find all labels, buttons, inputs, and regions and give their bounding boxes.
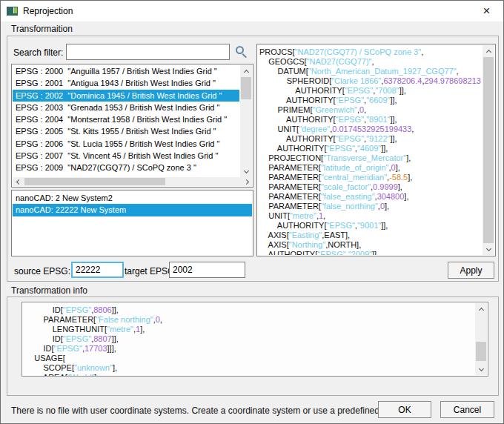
scroll-up-button[interactable] — [475, 303, 487, 314]
list-item[interactable]: EPSG : 2001 "Antigua 1943 / British West… — [13, 77, 239, 89]
transformation-info-text: ID["EPSG",8806]], PARAMETER["False north… — [25, 305, 474, 376]
scroll-left-button[interactable] — [13, 177, 22, 186]
search-icon[interactable] — [235, 45, 248, 59]
chevron-up-icon — [243, 69, 248, 74]
chevron-up-icon — [485, 49, 491, 54]
chevron-down-icon — [243, 168, 248, 173]
search-input[interactable] — [66, 44, 230, 60]
vscroll-thumb[interactable] — [483, 57, 494, 243]
status-message: There is no file with user coordinate sy… — [11, 405, 399, 416]
chevron-left-icon — [16, 179, 21, 184]
app-icon — [7, 7, 18, 16]
title-bar: Reprojection × — [1, 1, 503, 21]
wkt-text: PROJCS["NAD27(CGQ77) / SCoPQ zone 3", GE… — [259, 47, 481, 255]
vscroll-thumb[interactable] — [476, 342, 486, 361]
window-title: Reprojection — [23, 6, 73, 16]
list-item[interactable]: EPSG : 2002 "Dominica 1945 / British Wes… — [13, 90, 239, 102]
hscroll-thumb[interactable] — [24, 178, 165, 185]
chevron-down-icon — [485, 246, 491, 251]
epsg-list-hscrollbar[interactable] — [13, 177, 252, 186]
list-item[interactable]: nanoCAD: 22222 New System — [13, 204, 252, 216]
list-item[interactable]: EPSG : 2000 "Anguilla 1957 / British Wes… — [13, 65, 239, 77]
chevron-right-icon — [244, 179, 249, 184]
list-item[interactable]: EPSG : 2006 "St. Lucia 1955 / British We… — [13, 138, 239, 150]
close-icon[interactable]: × — [470, 1, 503, 21]
ok-button[interactable]: OK — [378, 401, 431, 418]
scroll-down-button[interactable] — [475, 364, 487, 375]
scroll-right-button[interactable] — [242, 177, 252, 186]
epsg-list: EPSG : 2000 "Anguilla 1957 / British Wes… — [11, 64, 253, 188]
apply-button[interactable]: Apply — [448, 262, 494, 279]
chevron-down-icon — [478, 366, 483, 371]
list-item[interactable]: nanoCAD: 2 New System2 — [13, 192, 252, 204]
wkt-vscrollbar[interactable] — [483, 45, 494, 255]
transformation-info-area: ID["EPSG",8806]], PARAMETER["False north… — [21, 302, 488, 377]
vscroll-thumb[interactable] — [241, 77, 251, 99]
list-item[interactable]: EPSG : 2004 "Montserrat 1958 / British W… — [13, 113, 239, 125]
target-epsg-input[interactable] — [169, 262, 245, 278]
cancel-button[interactable]: Cancel — [440, 401, 494, 418]
scroll-down-button[interactable] — [240, 166, 252, 177]
list-item[interactable]: EPSG : 2005 "St. Kitts 1955 / British We… — [13, 125, 239, 137]
scroll-up-button[interactable] — [483, 45, 494, 56]
scroll-up-button[interactable] — [240, 65, 252, 76]
transformation-info-group-label: Transformation info — [10, 285, 89, 296]
list-item[interactable]: EPSG : 2003 "Grenada 1953 / British West… — [13, 102, 239, 113]
wkt-preview-panel: PROJCS["NAD27(CGQ77) / SCoPQ zone 3", GE… — [256, 44, 496, 256]
source-epsg-label: source EPSG: — [14, 266, 70, 276]
transformation-group-label: Transformaition — [10, 24, 74, 34]
search-filter-label: Search filter: — [13, 47, 63, 58]
user-systems-list: nanoCAD: 2 New System2nanoCAD: 22222 New… — [11, 190, 253, 256]
list-item[interactable]: EPSG : 2009 "NAD27(CGQ77) / SCoPQ zone 3… — [13, 162, 239, 173]
source-epsg-input[interactable] — [71, 262, 124, 278]
scroll-down-button[interactable] — [483, 244, 494, 255]
list-item[interactable]: EPSG : 2007 "St. Vincent 45 / British We… — [13, 150, 239, 162]
chevron-up-icon — [478, 307, 483, 312]
info-vscrollbar[interactable] — [475, 303, 487, 375]
epsg-list-vscrollbar[interactable] — [240, 65, 252, 177]
user-systems-rows: nanoCAD: 2 New System2nanoCAD: 22222 New… — [13, 192, 252, 255]
epsg-list-rows: EPSG : 2000 "Anguilla 1957 / British Wes… — [13, 65, 239, 177]
reprojection-dialog: Reprojection × Transformaition Search fi… — [0, 0, 504, 424]
search-icon-handle — [242, 53, 247, 58]
